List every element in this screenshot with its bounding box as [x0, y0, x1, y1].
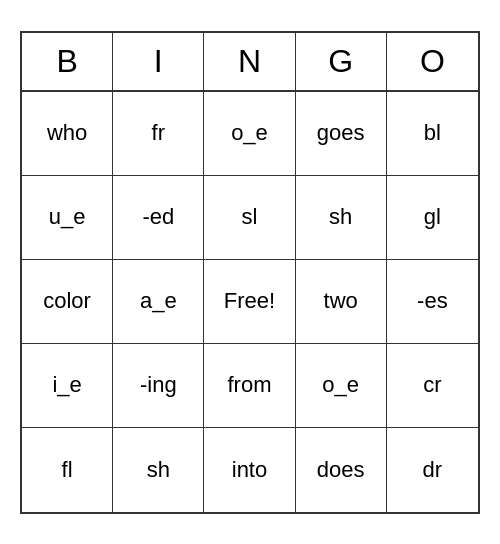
bingo-cell-r2-c2: Free! [204, 260, 295, 344]
bingo-cell-r4-c3: does [296, 428, 387, 512]
bingo-header: BINGO [22, 33, 478, 92]
bingo-cell-r1-c0: u_e [22, 176, 113, 260]
bingo-cell-r1-c1: -ed [113, 176, 204, 260]
bingo-cell-r1-c2: sl [204, 176, 295, 260]
bingo-cell-r1-c4: gl [387, 176, 478, 260]
bingo-cell-r4-c1: sh [113, 428, 204, 512]
bingo-cell-r3-c0: i_e [22, 344, 113, 428]
bingo-cell-r2-c3: two [296, 260, 387, 344]
header-cell-g: G [296, 33, 387, 90]
header-cell-n: N [204, 33, 295, 90]
header-cell-o: O [387, 33, 478, 90]
header-cell-i: I [113, 33, 204, 90]
bingo-card: BINGO whofro_egoesblu_e-edslshglcolora_e… [20, 31, 480, 514]
bingo-cell-r3-c3: o_e [296, 344, 387, 428]
bingo-cell-r2-c1: a_e [113, 260, 204, 344]
bingo-cell-r4-c2: into [204, 428, 295, 512]
bingo-cell-r2-c4: -es [387, 260, 478, 344]
bingo-cell-r3-c4: cr [387, 344, 478, 428]
bingo-cell-r3-c2: from [204, 344, 295, 428]
bingo-grid: whofro_egoesblu_e-edslshglcolora_eFree!t… [22, 92, 478, 512]
bingo-cell-r2-c0: color [22, 260, 113, 344]
header-cell-b: B [22, 33, 113, 90]
bingo-cell-r0-c1: fr [113, 92, 204, 176]
bingo-cell-r0-c0: who [22, 92, 113, 176]
bingo-cell-r0-c3: goes [296, 92, 387, 176]
bingo-cell-r4-c0: fl [22, 428, 113, 512]
bingo-cell-r0-c2: o_e [204, 92, 295, 176]
bingo-cell-r3-c1: -ing [113, 344, 204, 428]
bingo-cell-r4-c4: dr [387, 428, 478, 512]
bingo-cell-r0-c4: bl [387, 92, 478, 176]
bingo-cell-r1-c3: sh [296, 176, 387, 260]
